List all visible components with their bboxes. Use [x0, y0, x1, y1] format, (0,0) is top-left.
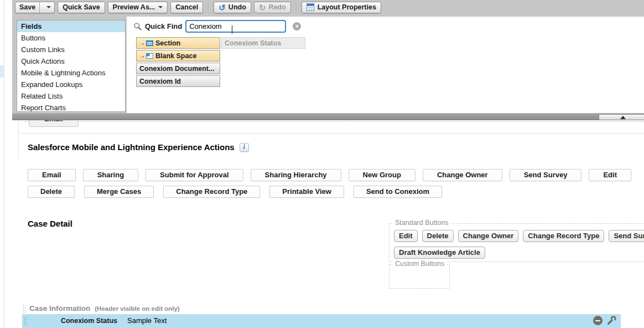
palette-bottom-bar: [12, 113, 644, 120]
toolbar-separator: [296, 2, 297, 12]
layout-editor-screen: Email Salesforce Mobile and Lightning Ex…: [0, 0, 644, 328]
mobile-actions-title: Salesforce Mobile and Lightning Experien…: [28, 142, 235, 152]
quick-find-input[interactable]: [185, 20, 286, 33]
layout-properties-icon: [307, 3, 314, 11]
mobile-action-merge-cases[interactable]: Merge Cases: [84, 186, 154, 198]
section-icon: [146, 40, 153, 46]
sidebar-fragment: [0, 65, 4, 78]
remove-field-icon[interactable]: [593, 316, 603, 325]
palette-item-label: Section: [155, 39, 180, 47]
standard-button-delete[interactable]: Delete: [422, 230, 454, 242]
category-custom-links[interactable]: Custom Links: [17, 44, 125, 55]
quick-find-row: Quick Find ×: [133, 20, 301, 33]
standard-button-change-owner[interactable]: Change Owner: [458, 230, 519, 242]
standard-buttons-label: Standard Buttons: [392, 219, 451, 227]
palette-item-conexiom-status-used: Conexiom Status: [221, 37, 305, 49]
standard-button-change-record-type[interactable]: Change Record Type: [523, 230, 604, 242]
palette-item-label: Conexiom Id: [139, 78, 181, 85]
mobile-action-delete[interactable]: Delete: [28, 186, 75, 198]
collapse-palette-button[interactable]: [599, 114, 644, 120]
mobile-action-sharing[interactable]: Sharing: [83, 169, 138, 181]
mobile-action-new-group[interactable]: New Group: [349, 169, 416, 181]
mobile-action-send-to-conexiom[interactable]: Send to Conexiom: [354, 186, 442, 198]
mobile-actions-section: Salesforce Mobile and Lightning Experien…: [28, 142, 249, 152]
cancel-button[interactable]: Cancel: [170, 2, 203, 13]
text-caret: [232, 25, 232, 34]
publisher-section-dashed-border: [25, 121, 644, 122]
case-information-title: Case Information: [29, 304, 90, 312]
save-dropdown[interactable]: [39, 2, 54, 13]
mobile-actions-row-1: Email Sharing Submit for Approval Sharin…: [28, 169, 631, 181]
standard-button-send-survey[interactable]: Send Survey: [609, 230, 644, 242]
case-information-section-header: Case Information (Header visible on edit…: [23, 304, 180, 312]
mobile-action-change-owner[interactable]: Change Owner: [423, 169, 502, 181]
layout-properties-button[interactable]: Layout Properties: [302, 2, 381, 13]
palette-category-list: Fields Buttons Custom Links Quick Action…: [17, 20, 126, 112]
preview-as-button[interactable]: Preview As...: [108, 2, 168, 13]
save-button-label: Save: [15, 3, 39, 11]
case-information-subtitle: (Header visible on edit only): [95, 305, 179, 312]
category-mobile-lightning-actions[interactable]: Mobile & Lightning Actions: [17, 67, 125, 79]
page-edge-divider: [4, 0, 4, 328]
preview-as-label: Preview As...: [113, 3, 155, 11]
standard-buttons-row-2: Draft Knowledge Article: [394, 247, 485, 259]
field-label: Conexiom Status: [22, 317, 117, 325]
undo-button[interactable]: ↺ Undo: [214, 2, 251, 13]
mobile-action-printable-view[interactable]: Printable View: [269, 186, 344, 198]
undo-icon: ↺: [219, 3, 226, 12]
drag-handle-icon[interactable]: [23, 305, 26, 312]
category-expanded-lookups[interactable]: Expanded Lookups: [17, 79, 125, 90]
palette-item-section[interactable]: → Section: [136, 37, 220, 49]
add-arrow-icon: →: [139, 53, 145, 59]
custom-buttons-label: Custom Buttons: [392, 260, 447, 268]
standard-buttons-fieldset: Standard Buttons Edit Delete Change Owne…: [389, 223, 644, 262]
palette-item-label: Conexiom Status: [225, 39, 281, 47]
mobile-action-edit[interactable]: Edit: [589, 169, 631, 181]
layout-properties-label: Layout Properties: [318, 3, 376, 11]
standard-buttons-row-1: Edit Delete Change Owner Change Record T…: [394, 230, 644, 242]
section-dotted-left-border: [18, 121, 19, 158]
palette-items-panel: Quick Find × → Section → Blank: [127, 17, 644, 113]
undo-label: Undo: [228, 3, 246, 11]
add-arrow-icon: →: [139, 40, 145, 46]
redo-button[interactable]: ↻ Redo: [254, 2, 291, 13]
editor-toolbar: Save Quick Save Preview As... Cancel ↺ U…: [15, 1, 381, 13]
triangle-up-icon: [620, 116, 626, 119]
palette-panel: Save Quick Save Preview As... Cancel ↺ U…: [12, 0, 644, 120]
palette-item-label: Blank Space: [155, 52, 196, 60]
category-related-lists[interactable]: Related Lists: [17, 90, 125, 102]
category-fields[interactable]: Fields: [17, 20, 125, 32]
clear-search-icon[interactable]: ×: [293, 22, 301, 30]
palette-item-conexiom-id[interactable]: Conexiom Id: [136, 75, 220, 87]
category-buttons[interactable]: Buttons: [17, 32, 125, 44]
mobile-action-send-survey[interactable]: Send Survey: [510, 169, 582, 181]
redo-label: Redo: [268, 3, 285, 11]
mobile-action-sharing-hierarchy[interactable]: Sharing Hierarchy: [251, 169, 341, 181]
chevron-down-icon: [158, 6, 163, 8]
palette-item-conexiom-document[interactable]: Conexiom Document...: [136, 63, 220, 74]
field-properties-wrench-icon[interactable]: [606, 315, 617, 326]
search-icon: [133, 22, 142, 31]
mobile-action-change-record-type[interactable]: Change Record Type: [163, 186, 260, 198]
redo-icon: ↻: [259, 3, 266, 12]
quick-find-label: Quick Find: [145, 22, 182, 30]
info-icon[interactable]: i: [240, 143, 249, 152]
palette-item-blank-space[interactable]: → Blank Space: [136, 50, 220, 62]
page-left-margin: [0, 0, 12, 328]
save-button[interactable]: Save: [15, 2, 55, 13]
case-detail-title: Case Detail: [28, 219, 72, 228]
toolbar-separator: [208, 2, 209, 12]
mobile-action-submit-for-approval[interactable]: Submit for Approval: [146, 169, 243, 181]
standard-button-draft-knowledge-article[interactable]: Draft Knowledge Article: [394, 247, 485, 259]
mobile-action-email[interactable]: Email: [28, 169, 76, 181]
field-sample-value: Sample Text: [127, 316, 167, 325]
mobile-actions-row-2: Delete Merge Cases Change Record Type Pr…: [28, 186, 442, 198]
field-row-conexiom-status[interactable]: Conexiom Status Sample Text: [22, 314, 621, 328]
category-quick-actions[interactable]: Quick Actions: [17, 55, 125, 67]
standard-button-edit[interactable]: Edit: [394, 230, 418, 242]
category-report-charts[interactable]: Report Charts: [17, 102, 125, 112]
custom-buttons-fieldset: Custom Buttons: [389, 264, 450, 289]
blank-space-icon: [146, 53, 153, 59]
quick-save-button[interactable]: Quick Save: [58, 2, 105, 13]
palette-item-label: Conexiom Document...: [139, 65, 214, 73]
